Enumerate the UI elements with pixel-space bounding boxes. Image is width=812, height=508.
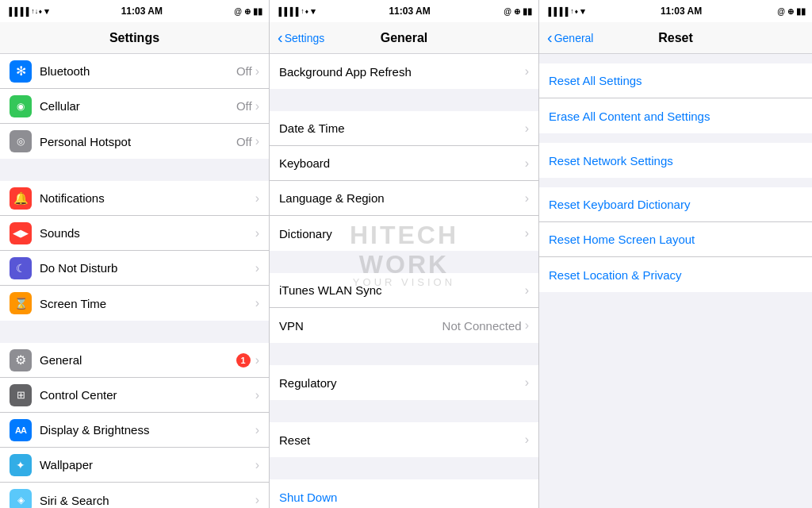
list-item[interactable]: Reset Keyboard Dictionary bbox=[539, 187, 812, 222]
group-shutdown: Shut Down bbox=[270, 479, 538, 508]
list-item[interactable]: Reset All Settings bbox=[539, 64, 812, 98]
alarm-icon: ⊕ bbox=[514, 7, 520, 16]
list-item[interactable]: ◉ Cellular Off › bbox=[0, 89, 269, 124]
regulatory-label: Regulatory bbox=[279, 376, 525, 390]
display-icon: AA bbox=[10, 419, 32, 441]
language-label: Language & Region bbox=[279, 191, 525, 205]
status-time-3: 11:03 AM bbox=[661, 6, 702, 17]
bluetooth-value: Off bbox=[236, 64, 252, 78]
chevron-icon: › bbox=[525, 191, 529, 206]
list-item[interactable]: ◈ Siri & Search › bbox=[0, 483, 269, 508]
nav-bar-2: Settings General bbox=[270, 22, 538, 54]
reset-network-label: Reset Network Settings bbox=[549, 154, 673, 167]
itunes-label: iTunes WLAN Sync bbox=[279, 283, 525, 297]
list-item[interactable]: Reset Network Settings bbox=[539, 143, 812, 178]
reset-keyboard-label: Reset Keyboard Dictionary bbox=[549, 198, 690, 211]
status-bar-3: ▐▐▐▐ ↑⬧ ▾ 11:03 AM @ ⊕ ▮▮ bbox=[539, 0, 812, 22]
bgrefresh-label: Background App Refresh bbox=[279, 65, 525, 79]
list-item[interactable]: Erase All Content and Settings bbox=[539, 98, 812, 133]
list-item[interactable]: ⌛ Screen Time › bbox=[0, 286, 269, 321]
list-item[interactable]: VPN Not Connected › bbox=[270, 308, 538, 343]
group-connectivity: ✻ Bluetooth Off › ◉ Cellular Off › ◎ Per… bbox=[0, 54, 269, 159]
chevron-icon: › bbox=[525, 375, 529, 390]
network-icon: ↑⬧ bbox=[301, 7, 308, 15]
list-item[interactable]: Background App Refresh › bbox=[270, 54, 538, 89]
notifications-label: Notifications bbox=[40, 191, 255, 205]
hotspot-value: Off bbox=[236, 135, 252, 148]
list-item[interactable]: Shut Down bbox=[270, 479, 538, 508]
chevron-icon: › bbox=[525, 156, 529, 171]
list-item[interactable]: Reset Location & Privacy bbox=[539, 257, 812, 292]
status-left-1: ▐▐▐▐ ↑↓⬧ ▾ bbox=[6, 6, 49, 17]
list-item[interactable]: ◎ Personal Hotspot Off › bbox=[0, 124, 269, 159]
wallpaper-label: Wallpaper bbox=[40, 458, 255, 471]
hotspot-label: Personal Hotspot bbox=[40, 135, 236, 148]
cellular-label: Cellular bbox=[40, 99, 236, 113]
general-list: Background App Refresh › Date & Time › K… bbox=[270, 54, 538, 508]
chevron-icon: › bbox=[255, 296, 259, 310]
chevron-icon: › bbox=[525, 64, 529, 79]
list-item[interactable]: ☾ Do Not Disturb › bbox=[0, 251, 269, 286]
list-item[interactable]: AA Display & Brightness › bbox=[0, 413, 269, 448]
chevron-icon: › bbox=[255, 191, 259, 206]
list-item[interactable]: Keyboard › bbox=[270, 146, 538, 181]
shutdown-label: Shut Down bbox=[279, 491, 529, 504]
chevron-icon: › bbox=[525, 121, 529, 136]
list-item[interactable]: Language & Region › bbox=[270, 181, 538, 216]
general-icon: ⚙ bbox=[10, 349, 32, 371]
list-item[interactable]: Dictionary › bbox=[270, 216, 538, 251]
chevron-icon: › bbox=[525, 318, 529, 333]
list-item[interactable]: Reset › bbox=[270, 422, 538, 457]
reset-homescreen-label: Reset Home Screen Layout bbox=[549, 233, 695, 246]
list-item[interactable]: ◀▶ Sounds › bbox=[0, 216, 269, 251]
chevron-icon: › bbox=[525, 433, 529, 447]
vpn-label: VPN bbox=[279, 319, 442, 333]
dictionary-label: Dictionary bbox=[279, 227, 525, 241]
back-button-settings[interactable]: Settings bbox=[278, 29, 324, 47]
chevron-icon: › bbox=[525, 283, 529, 298]
list-item[interactable]: Regulatory › bbox=[270, 365, 538, 400]
display-label: Display & Brightness bbox=[40, 423, 255, 437]
keyboard-label: Keyboard bbox=[279, 156, 525, 170]
group-notifications: 🔔 Notifications › ◀▶ Sounds › ☾ Do Not D… bbox=[0, 181, 269, 321]
status-time-2: 11:03 AM bbox=[389, 6, 430, 17]
hotspot-icon: ◎ bbox=[10, 130, 32, 152]
chevron-icon: › bbox=[255, 134, 259, 148]
reset-label: Reset bbox=[279, 433, 525, 447]
wifi-icon: ▾ bbox=[580, 6, 585, 17]
group-reset-all: Reset All Settings Erase All Content and… bbox=[539, 64, 812, 133]
group-general: ⚙ General 1 › ⊞ Control Center › AA Disp… bbox=[0, 343, 269, 508]
list-item[interactable]: 🔔 Notifications › bbox=[0, 181, 269, 216]
chevron-icon: › bbox=[255, 423, 259, 437]
group-reset: Reset › bbox=[270, 422, 538, 457]
status-time-1: 11:03 AM bbox=[121, 6, 163, 17]
list-item[interactable]: Date & Time › bbox=[270, 111, 538, 146]
separator bbox=[539, 54, 812, 64]
general-badge: 1 bbox=[236, 353, 251, 368]
list-item[interactable]: ⚙ General 1 › bbox=[0, 343, 269, 378]
status-right-2: @ ⊕ ▮▮ bbox=[504, 6, 532, 17]
chevron-icon: › bbox=[255, 99, 259, 114]
list-item[interactable]: ⊞ Control Center › bbox=[0, 378, 269, 413]
group-reset-keyboard: Reset Keyboard Dictionary Reset Home Scr… bbox=[539, 187, 812, 292]
cellular-value: Off bbox=[236, 99, 252, 113]
wifi-icon: ▾ bbox=[44, 6, 49, 17]
back-button-general[interactable]: General bbox=[547, 29, 593, 47]
status-bar-2: ▐▐▐▐ ↑⬧ ▾ 11:03 AM @ ⊕ ▮▮ bbox=[270, 0, 538, 22]
list-item[interactable]: iTunes WLAN Sync › bbox=[270, 273, 538, 308]
separator bbox=[0, 321, 269, 343]
donotdisturb-icon: ☾ bbox=[10, 257, 32, 279]
wallpaper-icon: ✦ bbox=[10, 454, 32, 476]
screentime-label: Screen Time bbox=[40, 297, 255, 310]
separator bbox=[0, 159, 269, 181]
group-reset-network: Reset Network Settings bbox=[539, 143, 812, 178]
list-item[interactable]: ✻ Bluetooth Off › bbox=[0, 54, 269, 89]
donotdisturb-label: Do Not Disturb bbox=[40, 261, 255, 275]
list-item[interactable]: ✦ Wallpaper › bbox=[0, 448, 269, 483]
status-right-1: @ ⊕ ▮▮ bbox=[234, 6, 262, 17]
chevron-icon: › bbox=[255, 458, 259, 472]
separator bbox=[539, 178, 812, 187]
separator bbox=[539, 133, 812, 143]
list-item[interactable]: Reset Home Screen Layout bbox=[539, 222, 812, 257]
reset-location-label: Reset Location & Privacy bbox=[549, 268, 682, 282]
